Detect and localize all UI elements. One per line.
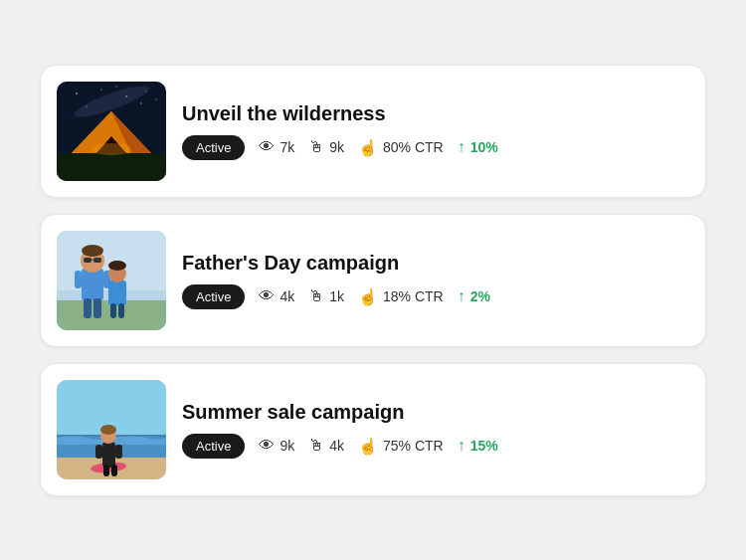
clicks-icon-3: 🖱 — [308, 437, 324, 455]
campaign-info-fathersday: Father's Day campaign Active 👁 4k 🖱 1k ☝… — [182, 252, 689, 309]
svg-rect-40 — [102, 442, 115, 467]
svg-point-32 — [108, 261, 126, 271]
svg-point-25 — [82, 245, 103, 257]
campaign-stats-wilderness: Active 👁 7k 🖱 9k ☝ 80% CTR ↑ 10% — [182, 135, 689, 160]
svg-point-8 — [67, 110, 68, 111]
status-badge-summersale: Active — [182, 434, 245, 459]
campaign-image-fathersday — [57, 231, 166, 330]
status-badge-fathersday: Active — [182, 284, 245, 309]
campaign-info-wilderness: Unveil the wilderness Active 👁 7k 🖱 9k ☝… — [182, 102, 689, 160]
ctr-icon: ☝ — [358, 138, 378, 157]
svg-rect-28 — [84, 298, 92, 318]
campaign-card-summersale[interactable]: Summer sale campaign Active 👁 9k 🖱 4k ☝ … — [40, 363, 706, 496]
svg-rect-33 — [110, 303, 116, 318]
svg-rect-26 — [75, 271, 82, 288]
campaign-image-wilderness — [57, 82, 166, 181]
ctr-stat-wilderness: ☝ 80% CTR — [358, 138, 444, 157]
trend-stat-fathersday: ↑ 2% — [458, 287, 490, 305]
clicks-stat-wilderness: 🖱 9k — [308, 138, 344, 156]
svg-point-42 — [100, 425, 116, 435]
campaign-stats-fathersday: Active 👁 4k 🖱 1k ☝ 18% CTR ↑ 2% — [182, 284, 689, 309]
campaign-title-wilderness: Unveil the wilderness — [182, 102, 689, 125]
ctr-stat-summersale: ☝ 75% CTR — [358, 437, 444, 456]
views-icon: 👁 — [259, 138, 275, 156]
svg-rect-23 — [93, 258, 101, 263]
status-badge-wilderness: Active — [182, 135, 245, 160]
svg-point-6 — [116, 86, 117, 87]
svg-rect-22 — [84, 258, 92, 263]
svg-point-2 — [100, 89, 101, 90]
ctr-icon-3: ☝ — [358, 437, 378, 456]
svg-rect-11 — [57, 153, 166, 181]
trend-stat-wilderness: ↑ 10% — [458, 138, 498, 156]
svg-rect-46 — [111, 465, 117, 476]
clicks-stat-summersale: 🖱 4k — [308, 437, 344, 455]
campaign-title-fathersday: Father's Day campaign — [182, 252, 689, 275]
svg-point-1 — [76, 93, 78, 94]
svg-rect-44 — [115, 445, 122, 459]
svg-rect-43 — [95, 445, 102, 459]
campaign-card-wilderness[interactable]: Unveil the wilderness Active 👁 7k 🖱 9k ☝… — [40, 65, 706, 198]
svg-rect-34 — [118, 303, 124, 318]
campaign-card-fathersday[interactable]: Father's Day campaign Active 👁 4k 🖱 1k ☝… — [40, 214, 706, 347]
campaign-stats-summersale: Active 👁 9k 🖱 4k ☝ 75% CTR ↑ 15% — [182, 434, 689, 459]
views-icon-2: 👁 — [259, 287, 275, 305]
svg-rect-30 — [108, 280, 126, 305]
campaign-image-summersale — [57, 380, 166, 479]
campaign-title-summersale: Summer sale campaign — [182, 401, 689, 424]
svg-rect-20 — [82, 269, 103, 300]
svg-point-16 — [92, 143, 131, 155]
trend-arrow-fathersday: ↑ — [458, 287, 466, 305]
trend-stat-summersale: ↑ 15% — [458, 437, 498, 455]
views-icon-3: 👁 — [259, 437, 275, 455]
clicks-icon-2: 🖱 — [308, 287, 324, 305]
campaign-info-summersale: Summer sale campaign Active 👁 9k 🖱 4k ☝ … — [182, 401, 689, 459]
svg-rect-29 — [93, 298, 101, 318]
views-stat-wilderness: 👁 7k — [259, 138, 294, 156]
ctr-icon-2: ☝ — [358, 287, 378, 306]
svg-point-7 — [140, 102, 141, 103]
views-stat-summersale: 👁 9k — [259, 437, 294, 455]
clicks-stat-fathersday: 🖱 1k — [308, 287, 344, 305]
trend-arrow-wilderness: ↑ — [458, 138, 466, 156]
svg-point-9 — [155, 98, 156, 99]
trend-arrow-summersale: ↑ — [458, 437, 466, 455]
svg-rect-45 — [103, 465, 109, 476]
clicks-icon: 🖱 — [308, 138, 324, 156]
views-stat-fathersday: 👁 4k — [259, 287, 294, 305]
ctr-stat-fathersday: ☝ 18% CTR — [358, 287, 444, 306]
